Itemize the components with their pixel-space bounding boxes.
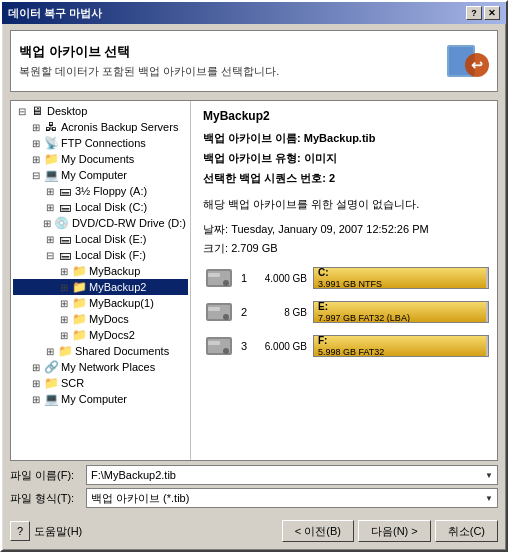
expand-icon-network[interactable]: ⊞ (29, 360, 43, 374)
tree-item-disk-e[interactable]: ⊞🖴Local Disk (E:) (13, 231, 188, 247)
detail-size-value: 2.709 GB (231, 242, 277, 254)
dvd-icon: 💿 (54, 216, 70, 230)
detail-type-label: 백업 아카이브 유형: (203, 152, 301, 164)
expand-icon-disk-e[interactable]: ⊞ (43, 232, 57, 246)
tree-item-disk-c[interactable]: ⊞🖴Local Disk (C:) (13, 199, 188, 215)
tree-panel[interactable]: ⊟🖥Desktop⊞🖧Acronis Backup Servers⊞📡FTP C… (11, 101, 191, 460)
tree-item-mydocs2[interactable]: ⊞📁MyDocs2 (13, 327, 188, 343)
folder-icon: 📁 (57, 344, 73, 358)
disk-icon-2 (203, 298, 235, 326)
tree-item-network[interactable]: ⊞🔗My Network Places (13, 359, 188, 375)
expand-icon-disk-c[interactable]: ⊞ (43, 200, 57, 214)
tree-item-mybackup2[interactable]: ⊞📁MyBackup2 (13, 279, 188, 295)
window-title: 데이터 복구 마법사 (8, 6, 102, 21)
expand-icon-my-docs[interactable]: ⊞ (29, 152, 43, 166)
tree-item-floppy[interactable]: ⊞🖴3½ Floppy (A:) (13, 183, 188, 199)
file-format-input[interactable]: 백업 아카이브 (*.tib) ▼ (86, 488, 498, 508)
main-window: 데이터 복구 마법사 ? ✕ 백업 아카이브 선택 복원할 데이터가 포함된 백… (0, 0, 508, 552)
expand-icon-mybackup1[interactable]: ⊞ (57, 296, 71, 310)
file-format-dropdown-arrow[interactable]: ▼ (485, 494, 493, 503)
svg-rect-15 (208, 341, 220, 345)
expand-icon-mydocs[interactable]: ⊞ (57, 312, 71, 326)
file-name-dropdown-arrow[interactable]: ▼ (485, 471, 493, 480)
next-button[interactable]: 다음(N) > (358, 520, 431, 542)
svg-rect-7 (208, 273, 220, 277)
bottom-section: 파일 이름(F): F:\MyBackup2.tib ▼ 파일 형식(T): 백… (10, 465, 498, 512)
expand-icon-mybackup[interactable]: ⊞ (57, 264, 71, 278)
expand-icon-disk-f[interactable]: ⊟ (43, 248, 57, 262)
disk-list: 14.000 GBC:3.991 GB NTFS 28 GBE:7.997 GB… (203, 264, 489, 366)
help-title-button[interactable]: ? (466, 6, 482, 20)
expand-icon-desktop[interactable]: ⊟ (15, 104, 29, 118)
desktop-icon: 🖥 (29, 104, 45, 118)
tree-item-ftp[interactable]: ⊞📡FTP Connections (13, 135, 188, 151)
tree-item-acronis[interactable]: ⊞🖧Acronis Backup Servers (13, 119, 188, 135)
tree-item-mybackup[interactable]: ⊞📁MyBackup (13, 263, 188, 279)
expand-icon-mydocs2[interactable]: ⊞ (57, 328, 71, 342)
expand-icon-mybackup2[interactable]: ⊞ (57, 280, 71, 294)
disk-bar-label-3: F:5.998 GB FAT32 (318, 335, 384, 357)
file-name-row: 파일 이름(F): F:\MyBackup2.tib ▼ (10, 465, 498, 485)
disk-num-1: 1 (241, 272, 253, 284)
content-area: 백업 아카이브 선택 복원할 데이터가 포함된 백업 아카이브를 선택합니다. … (2, 24, 506, 550)
file-name-input[interactable]: F:\MyBackup2.tib ▼ (86, 465, 498, 485)
title-bar: 데이터 복구 마법사 ? ✕ (2, 2, 506, 24)
server-icon: 🖧 (43, 120, 59, 134)
right-panel: MyBackup2 백업 아카이브 이름: MyBackup.tib 백업 아카… (195, 101, 497, 460)
tree-item-mycomp2[interactable]: ⊞💻My Computer (13, 391, 188, 407)
prev-button[interactable]: < 이전(B) (282, 520, 354, 542)
tree-label-floppy: 3½ Floppy (A:) (75, 185, 147, 197)
detail-name-label: 백업 아카이브 이름: (203, 132, 301, 144)
expand-icon-mycomp2[interactable]: ⊞ (29, 392, 43, 406)
disk-bar-label-1: C:3.991 GB NTFS (318, 267, 382, 289)
tree-item-scr[interactable]: ⊞📁SCR (13, 375, 188, 391)
disk-size-1: 4.000 GB (259, 273, 307, 284)
detail-session-value: 2 (329, 172, 335, 184)
svg-point-10 (223, 314, 229, 320)
expand-icon-my-computer[interactable]: ⊟ (29, 168, 43, 182)
disk-num-3: 3 (241, 340, 253, 352)
svg-text:↩: ↩ (471, 57, 483, 73)
header-title: 백업 아카이브 선택 (19, 43, 279, 61)
file-name-label: 파일 이름(F): (10, 468, 80, 483)
expand-icon-floppy[interactable]: ⊞ (43, 184, 57, 198)
file-format-label: 파일 형식(T): (10, 491, 80, 506)
tree-label-scr: SCR (61, 377, 84, 389)
tree-label-mycomp2: My Computer (61, 393, 127, 405)
close-title-button[interactable]: ✕ (484, 6, 500, 20)
tree-label-mybackup2: MyBackup2 (89, 281, 146, 293)
folder-icon: 📁 (71, 280, 87, 294)
tree-item-desktop[interactable]: ⊟🖥Desktop (13, 103, 188, 119)
detail-type-value: 이미지 (304, 152, 337, 164)
file-name-value: F:\MyBackup2.tib (91, 469, 176, 481)
detail-date-value: Tuesday, January 09, 2007 12:52:26 PM (231, 223, 429, 235)
tree-label-disk-c: Local Disk (C:) (75, 201, 147, 213)
folder-icon: 📁 (71, 312, 87, 326)
svg-point-14 (223, 348, 229, 354)
tree-item-my-computer[interactable]: ⊟💻My Computer (13, 167, 188, 183)
detail-type-row: 백업 아카이브 유형: 이미지 (203, 151, 489, 166)
disk-num-2: 2 (241, 306, 253, 318)
help-button-icon[interactable]: ? (10, 521, 30, 541)
tree-item-my-docs[interactable]: ⊞📁My Documents (13, 151, 188, 167)
detail-session-label: 선택한 백업 시퀀스 번호: (203, 172, 326, 184)
detail-no-desc: 해당 백업 아카이브를 위한 설명이 없습니다. (203, 197, 489, 212)
expand-icon-scr[interactable]: ⊞ (29, 376, 43, 390)
expand-icon-shared[interactable]: ⊞ (43, 344, 57, 358)
tree-label-mydocs: MyDocs (89, 313, 129, 325)
header-text: 백업 아카이브 선택 복원할 데이터가 포함된 백업 아카이브를 선택합니다. (19, 43, 279, 79)
button-bar: ? 도움말(H) < 이전(B) 다음(N) > 취소(C) (10, 516, 498, 544)
detail-date: 날짜: Tuesday, January 09, 2007 12:52:26 P… (203, 222, 489, 237)
tree-item-shared[interactable]: ⊞📁Shared Documents (13, 343, 188, 359)
tree-item-disk-f[interactable]: ⊟🖴Local Disk (F:) (13, 247, 188, 263)
cancel-button[interactable]: 취소(C) (435, 520, 498, 542)
tree-item-mybackup1[interactable]: ⊞📁MyBackup(1) (13, 295, 188, 311)
expand-icon-dvd[interactable]: ⊞ (40, 216, 54, 230)
tree-item-mydocs[interactable]: ⊞📁MyDocs (13, 311, 188, 327)
svg-rect-11 (208, 307, 220, 311)
help-button-label: 도움말(H) (34, 524, 82, 539)
expand-icon-ftp[interactable]: ⊞ (29, 136, 43, 150)
tree-item-dvd[interactable]: ⊞💿DVD/CD-RW Drive (D:) (13, 215, 188, 231)
drive-icon: 🖴 (57, 248, 73, 262)
expand-icon-acronis[interactable]: ⊞ (29, 120, 43, 134)
